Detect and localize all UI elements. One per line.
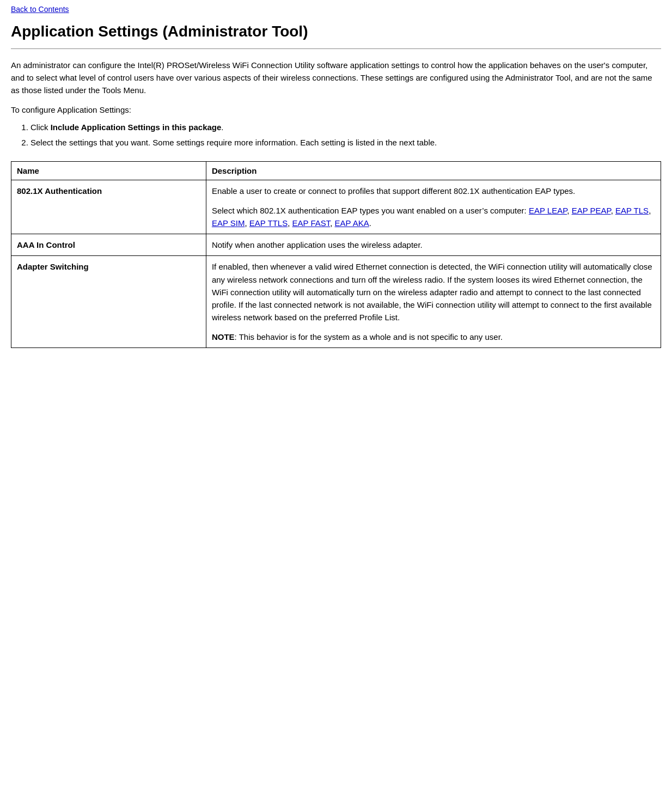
col-header-description: Description (206, 162, 661, 180)
row-1-desc-text-2: Select which 802.1X authentication EAP t… (212, 204, 655, 230)
row-3-desc-main: If enabled, then whenever a valid wired … (212, 262, 652, 322)
intro-paragraph-1: An administrator can configure the Intel… (11, 59, 661, 97)
settings-table: Name Description 802.1X Authentication E… (11, 161, 661, 348)
table-row: AAA In Control Notify when another appli… (11, 234, 661, 256)
table-row: Adapter Switching If enabled, then whene… (11, 256, 661, 348)
eap-leap-link[interactable]: EAP LEAP (529, 206, 567, 215)
instruction-item-1: Click Include Application Settings in th… (30, 121, 661, 134)
eap-ttls-link[interactable]: EAP TTLS (249, 218, 288, 228)
instruction-item-2: Select the settings that you want. Some … (30, 136, 661, 149)
table-row: 802.1X Authentication Enable a user to c… (11, 180, 661, 234)
row-3-note-bold: NOTE (212, 332, 235, 341)
back-to-contents-link[interactable]: Back to Contents (11, 5, 69, 14)
page-title: Application Settings (Administrator Tool… (11, 22, 661, 41)
row-2-name: AAA In Control (11, 234, 206, 256)
row-2-description: Notify when another application uses the… (206, 234, 661, 256)
eap-fast-link[interactable]: EAP FAST (292, 218, 330, 228)
row-1-desc-text-1: Enable a user to create or connect to pr… (212, 186, 575, 196)
table-header-row: Name Description (11, 162, 661, 180)
eap-peap-link[interactable]: EAP PEAP (572, 206, 611, 215)
row-1-name: 802.1X Authentication (11, 180, 206, 234)
instruction-1-suffix: . (221, 123, 223, 132)
eap-sim-link[interactable]: EAP SIM (212, 218, 245, 228)
instruction-2-text: Select the settings that you want. Some … (30, 138, 437, 147)
title-divider (11, 48, 661, 49)
eap-aka-link[interactable]: EAP AKA (335, 218, 369, 228)
instruction-1-prefix: Click (30, 123, 51, 132)
row-3-note: NOTE: This behavior is for the system as… (212, 331, 655, 343)
instructions-list: Click Include Application Settings in th… (30, 121, 661, 149)
row-3-name: Adapter Switching (11, 256, 206, 348)
col-header-name: Name (11, 162, 206, 180)
instruction-1-bold: Include Application Settings in this pac… (51, 123, 222, 132)
intro-paragraph-2: To configure Application Settings: (11, 105, 661, 114)
eap-tls-link[interactable]: EAP TLS (615, 206, 649, 215)
row-3-note-text: : This behavior is for the system as a w… (235, 332, 503, 341)
row-3-description: If enabled, then whenever a valid wired … (206, 256, 661, 348)
row-1-description: Enable a user to create or connect to pr… (206, 180, 661, 234)
